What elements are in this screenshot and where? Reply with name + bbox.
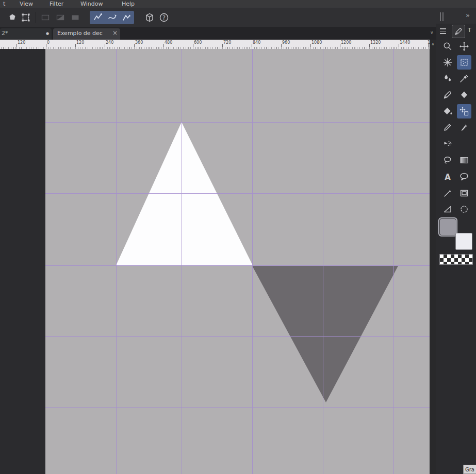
gradient-tool-icon[interactable] — [457, 153, 471, 167]
marquee-rectangle-icon[interactable] — [39, 11, 52, 24]
eraser-tool-icon[interactable] — [457, 88, 471, 102]
ruler-label: 720 — [223, 40, 231, 45]
top-toolbar: ? » — [0, 8, 476, 27]
correct-line-tool-icon[interactable] — [440, 202, 455, 216]
horizontal-ruler: 120 0 120 240 360 480 600 720 840 960 10… — [0, 40, 430, 49]
canvas-area[interactable] — [0, 49, 430, 474]
ruler-label: 360 — [135, 40, 143, 45]
selection-curve-icon[interactable] — [106, 11, 119, 24]
eyedropper-tool-icon[interactable] — [457, 71, 471, 86]
menu-item-view[interactable]: View — [20, 1, 33, 7]
palette-title-partial: T — [468, 27, 471, 33]
menu-item-filter[interactable]: Filter — [50, 1, 63, 7]
app-window: t View Filter Window Help — [0, 0, 476, 474]
help-icon[interactable]: ? — [157, 11, 171, 24]
modified-dot-icon: ● — [46, 31, 49, 36]
ruler-label: 1320 — [370, 40, 381, 45]
ruler-label: 0 — [47, 40, 50, 45]
ruler-label: 480 — [165, 40, 172, 45]
document-tab-active[interactable]: Exemplo de dec × — [53, 28, 120, 40]
move-tool-icon[interactable] — [457, 39, 471, 54]
zoom-tool-icon[interactable] — [440, 39, 455, 54]
main-color-swatch[interactable] — [440, 219, 456, 235]
ruler-label: 240 — [106, 40, 113, 45]
svg-text:?: ? — [162, 14, 166, 21]
frame-tool-icon[interactable] — [457, 186, 471, 200]
line-tool-icon[interactable] — [440, 186, 455, 200]
fill-tool-icon[interactable] — [440, 104, 455, 118]
select-circle-tool-icon[interactable] — [457, 202, 471, 216]
current-tool-pen-icon[interactable] — [452, 25, 465, 38]
document-tab-inactive[interactable]: 2* ● — [0, 28, 52, 40]
tab-label: 2* — [2, 30, 8, 37]
blend-tool-icon[interactable] — [440, 71, 455, 86]
pasteboard — [0, 49, 45, 474]
3d-cube-icon[interactable] — [143, 11, 156, 24]
ruler-label: 1440 — [400, 40, 410, 45]
operation-tool-icon[interactable] — [440, 55, 455, 70]
marker-tool-icon[interactable] — [457, 120, 471, 134]
toolbar-separator — [36, 12, 36, 23]
transparent-color-swatch[interactable] — [439, 254, 473, 265]
selection-pen-icon[interactable] — [120, 11, 134, 24]
tab-list-chevron-icon[interactable]: ∨ — [430, 30, 434, 35]
menu-item-window[interactable]: Window — [80, 1, 103, 7]
menu-item-help[interactable]: Help — [122, 1, 135, 7]
svg-text:A: A — [445, 173, 451, 182]
pen-tool-icon[interactable] — [440, 88, 455, 102]
pencil-tool-icon[interactable] — [440, 120, 455, 134]
ruler-label: 600 — [194, 40, 202, 45]
selection-tool-icon[interactable] — [6, 11, 19, 24]
transform-frame-icon[interactable] — [19, 11, 32, 24]
lasso-tool-icon[interactable] — [440, 153, 455, 167]
menu-bar: t View Filter Window Help — [0, 0, 476, 8]
ruler-label: 120 — [18, 40, 25, 45]
vertical-scrollbar[interactable]: ∧ — [430, 40, 436, 474]
balloon-tool-icon[interactable] — [457, 170, 471, 184]
menu-item-select-partial[interactable]: t — [3, 1, 5, 7]
palette-menu-icon[interactable] — [440, 28, 446, 34]
tool-palette: T — [436, 24, 476, 474]
selection-polyline-icon[interactable] — [91, 11, 105, 24]
collapse-panel-icon[interactable]: » — [466, 11, 470, 19]
auto-select-tool-icon[interactable] — [457, 55, 471, 70]
ruler-label: 960 — [282, 40, 290, 45]
tab-label: Exemplo de dec — [57, 30, 103, 37]
ruler-label: 1080 — [311, 40, 322, 45]
canvas-drawing — [0, 49, 430, 474]
ruler-label: 1200 — [341, 40, 351, 45]
move-layer-tool-icon[interactable] — [457, 104, 471, 118]
airbrush-tool-icon[interactable] — [440, 136, 455, 150]
ruler-label: 840 — [253, 40, 260, 45]
document-tab-bar: 2* ● Exemplo de dec × ∨ — [0, 27, 436, 40]
close-tab-icon[interactable]: × — [112, 29, 118, 37]
text-tool-icon[interactable]: A — [440, 170, 455, 184]
panel-drag-handle-icon[interactable] — [440, 12, 444, 21]
bottom-right-panel-label: Gra — [463, 465, 476, 474]
marquee-filled-icon[interactable] — [69, 11, 82, 24]
sub-color-swatch[interactable] — [455, 233, 472, 250]
marquee-shaded-icon[interactable] — [54, 11, 67, 24]
ruler-label: 120 — [76, 40, 84, 45]
scroll-up-icon[interactable]: ∧ — [430, 42, 436, 46]
